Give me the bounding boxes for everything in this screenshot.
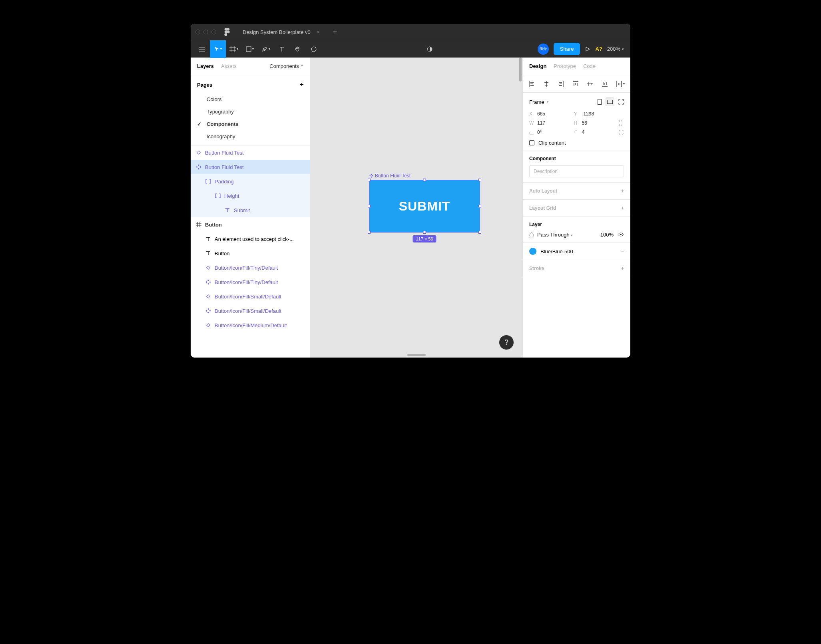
zoom-level[interactable]: 200%▾ bbox=[607, 46, 624, 52]
resize-handle[interactable] bbox=[478, 205, 481, 208]
layer-row[interactable]: Button Fluid Test bbox=[191, 145, 310, 160]
layer-row[interactable]: Height bbox=[191, 189, 310, 203]
text-tool[interactable] bbox=[274, 40, 290, 58]
layer-row[interactable]: Submit bbox=[191, 203, 310, 217]
distribute-icon[interactable]: ▾ bbox=[616, 81, 625, 87]
fourdiamond-icon bbox=[205, 279, 211, 285]
layer-row[interactable]: Padding bbox=[191, 174, 310, 189]
layer-row[interactable]: An element used to accept click-... bbox=[191, 232, 310, 246]
close-window[interactable] bbox=[195, 30, 200, 34]
shape-tool[interactable]: ▾ bbox=[242, 40, 258, 58]
resize-to-fit-icon[interactable] bbox=[618, 99, 624, 105]
height-value[interactable]: 56 bbox=[582, 120, 587, 126]
scrollbar-horizontal[interactable] bbox=[407, 354, 426, 356]
layer-row[interactable]: Button/Icon/Fill/Small/Default bbox=[191, 304, 310, 318]
present-icon[interactable] bbox=[585, 46, 590, 52]
width-value[interactable]: 117 bbox=[537, 120, 545, 126]
resize-handle[interactable] bbox=[423, 231, 426, 234]
align-vcenter-icon[interactable] bbox=[587, 81, 593, 87]
user-avatar[interactable]: 喬介 bbox=[538, 44, 549, 55]
resize-handle[interactable] bbox=[478, 179, 481, 181]
page-item[interactable]: Typography bbox=[191, 105, 310, 118]
frame-tool[interactable]: ▾ bbox=[226, 40, 242, 58]
layer-row[interactable]: Button/Icon/Fill/Tiny/Default bbox=[191, 275, 310, 289]
blend-mode-select[interactable]: Pass Through ▾ bbox=[537, 232, 573, 238]
add-page-icon[interactable]: + bbox=[299, 81, 304, 89]
y-value[interactable]: -1298 bbox=[582, 111, 594, 117]
tab-layers[interactable]: Layers bbox=[197, 63, 214, 69]
add-auto-layout-icon[interactable]: + bbox=[621, 188, 624, 194]
independent-corners-icon[interactable] bbox=[618, 129, 624, 135]
stroke-section[interactable]: Stroke + bbox=[523, 260, 630, 277]
menu-icon[interactable] bbox=[194, 40, 210, 58]
align-right-icon[interactable] bbox=[558, 81, 564, 87]
layer-row[interactable]: Button bbox=[191, 217, 310, 232]
fill-swatch[interactable] bbox=[529, 248, 536, 255]
layer-row[interactable]: Button/Icon/Fill/Tiny/Default bbox=[191, 260, 310, 275]
hand-tool[interactable] bbox=[290, 40, 306, 58]
constrain-proportions-icon[interactable] bbox=[618, 120, 623, 126]
layer-row[interactable]: Button/Icon/Fill/Small/Default bbox=[191, 289, 310, 304]
resize-handle[interactable] bbox=[368, 205, 371, 208]
tab-assets[interactable]: Assets bbox=[221, 63, 237, 69]
align-hcenter-icon[interactable] bbox=[543, 81, 550, 87]
fill-row[interactable]: Blue/Blue-500 − bbox=[523, 243, 630, 260]
file-tab[interactable]: Design System Boilerplate v0 × bbox=[235, 24, 327, 40]
detach-style-icon[interactable]: − bbox=[620, 248, 624, 255]
resize-handle[interactable] bbox=[423, 179, 426, 181]
radius-value[interactable]: 4 bbox=[582, 129, 585, 135]
align-top-icon[interactable] bbox=[572, 81, 579, 87]
pen-tool[interactable]: ▾ bbox=[258, 40, 274, 58]
maximize-window[interactable] bbox=[211, 30, 216, 34]
x-value[interactable]: 665 bbox=[537, 111, 545, 117]
layer-row[interactable]: Button bbox=[191, 246, 310, 260]
canvas[interactable]: Button Fluid Test SUBMIT 117 × 56 ? bbox=[311, 58, 522, 358]
share-button[interactable]: Share bbox=[554, 43, 580, 55]
resize-handle[interactable] bbox=[368, 179, 371, 181]
layout-grid-section[interactable]: Layout Grid + bbox=[523, 200, 630, 217]
page-item[interactable]: ✓Components bbox=[191, 118, 310, 130]
portrait-orientation[interactable] bbox=[595, 97, 604, 106]
selected-component-frame[interactable]: SUBMIT 117 × 56 bbox=[369, 180, 480, 233]
move-tool[interactable]: ▾ bbox=[210, 40, 226, 58]
figma-logo-icon[interactable] bbox=[224, 28, 230, 36]
align-left-icon[interactable] bbox=[528, 81, 535, 87]
scrollbar-vertical[interactable] bbox=[519, 58, 522, 81]
hash-icon bbox=[195, 221, 202, 228]
add-tab-icon[interactable]: + bbox=[327, 28, 344, 36]
pages-dropdown[interactable]: Components⌃ bbox=[269, 63, 304, 69]
help-button[interactable]: ? bbox=[499, 335, 514, 350]
svg-rect-0 bbox=[246, 47, 251, 52]
tab-code[interactable]: Code bbox=[583, 63, 596, 69]
close-tab-icon[interactable]: × bbox=[316, 29, 319, 35]
brackets-icon bbox=[215, 193, 221, 199]
missing-fonts-indicator[interactable]: A? bbox=[595, 46, 602, 52]
add-layout-grid-icon[interactable]: + bbox=[621, 205, 624, 211]
add-stroke-icon[interactable]: + bbox=[621, 266, 624, 271]
rotation-value[interactable]: 0° bbox=[537, 129, 542, 135]
brackets-icon bbox=[205, 178, 211, 185]
minimize-window[interactable] bbox=[203, 30, 208, 34]
resize-handle[interactable] bbox=[478, 231, 481, 234]
canvas-frame-label[interactable]: Button Fluid Test bbox=[369, 173, 410, 179]
page-item[interactable]: Iconography bbox=[191, 130, 310, 143]
page-item[interactable]: Colors bbox=[191, 93, 310, 105]
tab-design[interactable]: Design bbox=[529, 63, 546, 69]
theme-icon[interactable] bbox=[422, 40, 438, 58]
visibility-icon[interactable] bbox=[618, 231, 624, 238]
comment-tool[interactable] bbox=[306, 40, 322, 58]
landscape-orientation[interactable] bbox=[606, 97, 614, 106]
layer-row[interactable]: Button/Icon/Fill/Medium/Default bbox=[191, 318, 310, 332]
text-icon bbox=[224, 207, 231, 213]
auto-layout-section[interactable]: Auto Layout + bbox=[523, 183, 630, 200]
align-bottom-icon[interactable] bbox=[602, 81, 608, 87]
frame-type-select[interactable]: Frame▾ bbox=[529, 99, 549, 105]
component-description-input[interactable]: Description bbox=[529, 165, 624, 177]
opacity-value[interactable]: 100% bbox=[600, 232, 614, 238]
diamond-icon bbox=[195, 149, 202, 156]
resize-handle[interactable] bbox=[368, 231, 371, 234]
layer-row[interactable]: Button Fluid Test bbox=[191, 160, 310, 174]
clip-content-checkbox[interactable] bbox=[529, 140, 534, 145]
fourdiamond-icon bbox=[195, 164, 202, 170]
tab-prototype[interactable]: Prototype bbox=[554, 63, 576, 69]
